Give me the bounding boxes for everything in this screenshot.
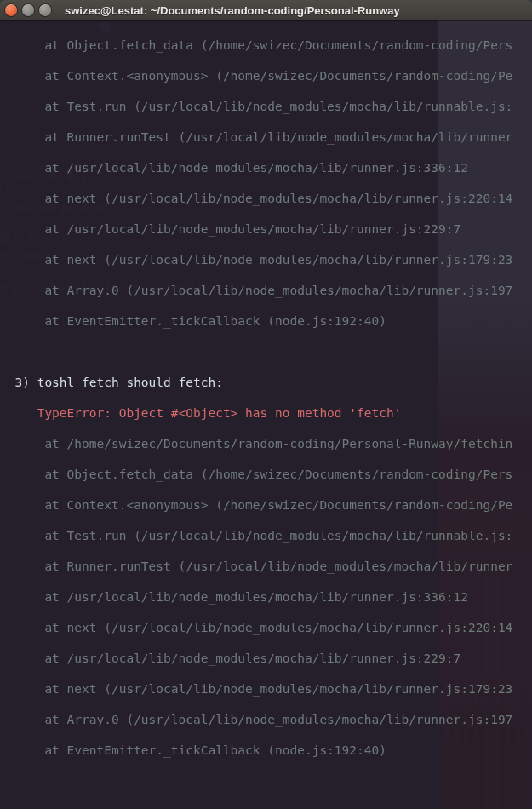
stack-trace-line: at Context.<anonymous> (/home/swizec/Doc…	[0, 68, 532, 83]
terminal-output[interactable]: at Object.fetch_data (/home/swizec/Docum…	[0, 20, 532, 809]
stack-trace-line: at /usr/local/lib/node_modules/mocha/lib…	[0, 221, 532, 237]
test-fail-header: 3) toshl fetch should fetch:	[0, 375, 532, 390]
stack-trace-line: at next (/usr/local/lib/node_modules/moc…	[0, 620, 532, 635]
stack-trace-line: at Array.0 (/usr/local/lib/node_modules/…	[0, 712, 532, 727]
window-title: swizec@Lestat: ~/Documents/random-coding…	[65, 4, 400, 17]
test-fail-error: TypeError: Object #<Object> has no metho…	[0, 405, 532, 421]
minimize-icon[interactable]	[22, 4, 34, 16]
stack-trace-line: at Object.fetch_data (/home/swizec/Docum…	[0, 467, 532, 482]
stack-trace-line: at next (/usr/local/lib/node_modules/moc…	[0, 252, 532, 267]
stack-trace-line: at Object.fetch_data (/home/swizec/Docum…	[0, 37, 532, 53]
stack-trace-line: at /usr/local/lib/node_modules/mocha/lib…	[0, 589, 532, 605]
close-icon[interactable]	[5, 4, 17, 16]
stack-trace-line: at /usr/local/lib/node_modules/mocha/lib…	[0, 651, 532, 666]
stack-trace-line: at next (/usr/local/lib/node_modules/moc…	[0, 191, 532, 206]
stack-trace-line: at Runner.runTest (/usr/local/lib/node_m…	[0, 559, 532, 574]
stack-trace-line: at Test.run (/usr/local/lib/node_modules…	[0, 99, 532, 114]
maximize-icon[interactable]	[39, 4, 51, 16]
stack-trace-line: at Test.run (/usr/local/lib/node_modules…	[0, 528, 532, 543]
stack-trace-line: at EventEmitter._tickCallback (node.js:1…	[0, 313, 532, 329]
stack-trace-line: at Array.0 (/usr/local/lib/node_modules/…	[0, 283, 532, 298]
stack-trace-line: at next (/usr/local/lib/node_modules/moc…	[0, 681, 532, 697]
stack-trace-line: at /home/swizec/Documents/random-coding/…	[0, 436, 532, 451]
stack-trace-line: at Context.<anonymous> (/home/swizec/Doc…	[0, 497, 532, 513]
stack-trace-line: at /usr/local/lib/node_modules/mocha/lib…	[0, 160, 532, 175]
stack-trace-line: at EventEmitter._tickCallback (node.js:1…	[0, 743, 532, 758]
stack-trace-line: at Runner.runTest (/usr/local/lib/node_m…	[0, 129, 532, 145]
window-title-bar: swizec@Lestat: ~/Documents/random-coding…	[0, 0, 532, 20]
